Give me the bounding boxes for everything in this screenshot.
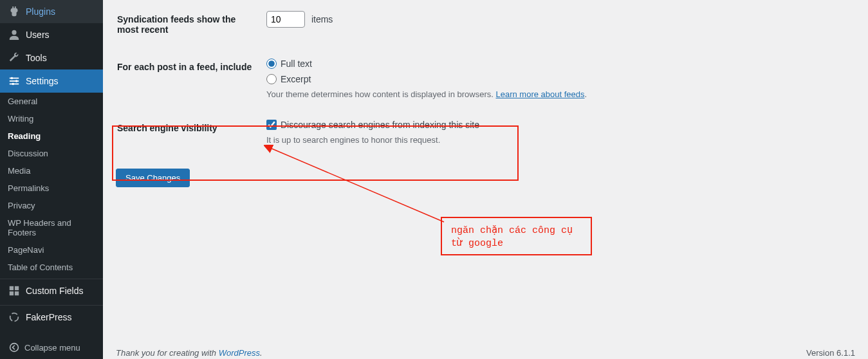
submenu-writing[interactable]: Writing xyxy=(0,110,103,127)
collapse-menu-button[interactable]: Collapse menu xyxy=(0,336,103,359)
menu-label: Plugins xyxy=(26,6,55,17)
submenu-pagenavi[interactable]: PageNavi xyxy=(0,241,103,259)
submenu-reading[interactable]: Reading xyxy=(0,127,103,145)
wordpress-link[interactable]: WordPress xyxy=(219,348,260,358)
theme-note: Your theme determines how content is dis… xyxy=(266,89,847,99)
menu-item-users[interactable]: Users xyxy=(0,23,103,46)
spinner-icon xyxy=(8,311,21,324)
radio-excerpt[interactable] xyxy=(266,74,277,84)
submenu-permalinks[interactable]: Permalinks xyxy=(0,180,103,197)
menu-item-settings[interactable]: Settings xyxy=(0,69,103,93)
collapse-label: Collapse menu xyxy=(24,343,80,353)
submenu-general[interactable]: General xyxy=(0,93,103,110)
menu-label: Custom Fields xyxy=(26,286,83,296)
settings-form-table: Syndication feeds show the most recent i… xyxy=(116,0,855,156)
radio-excerpt-label[interactable]: Excerpt xyxy=(281,74,311,84)
feeds-count-input[interactable] xyxy=(266,11,305,28)
svg-rect-9 xyxy=(10,291,14,295)
feed-include-label: For each post in a feed, include xyxy=(117,62,252,72)
svg-point-0 xyxy=(12,30,16,35)
version-text: Version 6.1.1 xyxy=(806,348,855,358)
submenu-toc[interactable]: Table of Contents xyxy=(0,259,103,276)
radio-full-text-label[interactable]: Full text xyxy=(281,59,312,69)
collapse-icon xyxy=(8,341,21,354)
menu-label: Settings xyxy=(26,76,59,86)
menu-label: Tools xyxy=(26,53,47,63)
svg-rect-7 xyxy=(10,286,14,290)
menu-label: Users xyxy=(26,30,50,40)
radio-full-text[interactable] xyxy=(266,59,277,69)
feeds-count-label: Syndication feeds show the most recent xyxy=(117,14,235,35)
sliders-icon xyxy=(8,75,21,87)
honor-note: It is up to search engines to honor this… xyxy=(266,135,847,145)
submenu-wp-headers-footers[interactable]: WP Headers and Footers xyxy=(0,214,103,241)
annotation-text: ngăn chặn các công cụ từ google xyxy=(451,225,573,249)
user-icon xyxy=(8,28,21,41)
submenu-media[interactable]: Media xyxy=(0,162,103,180)
items-text: items xyxy=(311,14,333,24)
settings-submenu: General Writing Reading Discussion Media… xyxy=(0,93,103,276)
discourage-checkbox[interactable] xyxy=(266,120,277,130)
svg-point-5 xyxy=(15,80,18,82)
submenu-privacy[interactable]: Privacy xyxy=(0,197,103,214)
discourage-label[interactable]: Discourage search engines from indexing … xyxy=(281,120,479,130)
svg-point-6 xyxy=(12,83,14,86)
svg-rect-10 xyxy=(15,291,19,295)
plug-icon xyxy=(8,5,21,18)
save-changes-button[interactable]: Save Changes xyxy=(116,169,190,187)
svg-rect-8 xyxy=(15,286,19,290)
menu-item-fakerpress[interactable]: FakerPress xyxy=(0,306,103,329)
footer-thanks: Thank you for creating with WordPress. xyxy=(116,348,263,358)
menu-item-tools[interactable]: Tools xyxy=(0,46,103,69)
learn-more-feeds-link[interactable]: Learn more about feeds xyxy=(495,89,584,99)
menu-item-custom-fields[interactable]: Custom Fields xyxy=(0,279,103,302)
grid-icon xyxy=(8,284,21,297)
settings-content: Syndication feeds show the most recent i… xyxy=(103,0,868,359)
annotation-text-box: ngăn chặn các công cụ từ google xyxy=(441,217,592,255)
svg-point-4 xyxy=(11,77,14,80)
submenu-discussion[interactable]: Discussion xyxy=(0,145,103,162)
svg-point-11 xyxy=(10,313,19,322)
admin-footer: Thank you for creating with WordPress. V… xyxy=(103,342,868,359)
admin-sidebar: Plugins Users Tools Settings General Wri… xyxy=(0,0,103,359)
svg-point-12 xyxy=(10,344,19,352)
search-visibility-label: Search engine visibility xyxy=(117,123,217,133)
wrench-icon xyxy=(8,51,21,64)
menu-label: FakerPress xyxy=(26,312,72,322)
menu-item-plugins[interactable]: Plugins xyxy=(0,0,103,23)
